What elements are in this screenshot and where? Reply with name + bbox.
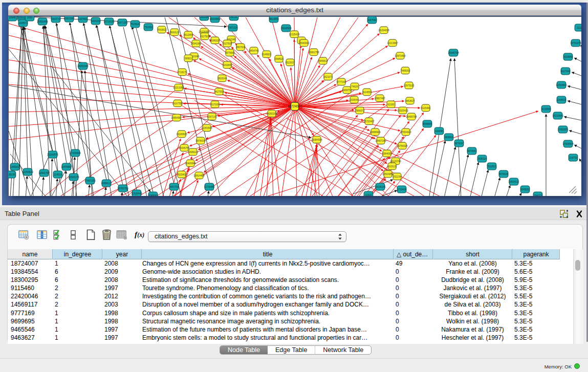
svg-text:10654112: 10654112: [509, 181, 519, 183]
svg-text:16046766: 16046766: [179, 147, 190, 149]
svg-text:7357224: 7357224: [228, 27, 238, 29]
svg-text:9245062: 9245062: [148, 194, 158, 196]
svg-text:15751074: 15751074: [570, 42, 581, 45]
svg-text:74626: 74626: [351, 85, 358, 88]
svg-text:6489756: 6489756: [342, 89, 352, 92]
svg-text:8813054: 8813054: [269, 18, 279, 20]
svg-text:11716485: 11716485: [204, 186, 215, 188]
svg-text:17957253: 17957253: [84, 180, 96, 182]
svg-text:16648784: 16648784: [448, 52, 459, 54]
svg-text:252234: 252234: [393, 176, 401, 178]
svg-text:1244415: 1244415: [557, 99, 567, 101]
svg-text:11325419: 11325419: [289, 33, 300, 36]
svg-text:18724007: 18724007: [288, 104, 302, 108]
svg-text:15640910: 15640910: [298, 42, 310, 45]
svg-text:16120746: 16120746: [390, 160, 401, 163]
svg-text:20691406: 20691406: [37, 20, 48, 23]
svg-text:9384067: 9384067: [382, 152, 392, 155]
svg-text:1385001: 1385001: [10, 166, 20, 168]
svg-text:8427552: 8427552: [214, 91, 224, 93]
svg-text:9327505: 9327505: [200, 35, 210, 38]
svg-text:10025433: 10025433: [397, 110, 408, 112]
svg-text:88130: 88130: [230, 16, 237, 18]
svg-text:2935114: 2935114: [477, 158, 487, 160]
svg-text:10671355: 10671355: [117, 21, 128, 24]
svg-text:62160: 62160: [387, 103, 395, 106]
svg-text:16033809: 16033809: [209, 18, 221, 20]
svg-text:98901: 98901: [185, 57, 192, 60]
svg-text:12505175: 12505175: [68, 176, 79, 179]
svg-text:139155: 139155: [8, 173, 15, 176]
svg-text:8470626: 8470626: [499, 173, 509, 176]
svg-text:5878334: 5878334: [196, 140, 206, 142]
svg-text:19218506: 19218506: [280, 27, 292, 30]
svg-text:12093822: 12093822: [556, 84, 567, 86]
svg-text:12213967: 12213967: [387, 42, 398, 45]
svg-text:160338: 160338: [200, 16, 208, 18]
svg-text:17692971: 17692971: [557, 128, 569, 131]
svg-text:2867608: 2867608: [236, 46, 246, 49]
svg-text:17016504: 17016504: [562, 143, 574, 145]
svg-text:9327508: 9327508: [223, 42, 232, 45]
svg-text:12353594: 12353594: [201, 127, 212, 129]
svg-text:11923: 11923: [365, 194, 372, 196]
svg-text:28495798: 28495798: [406, 116, 417, 118]
svg-text:18407249: 18407249: [375, 140, 386, 142]
svg-text:6879197: 6879197: [454, 142, 464, 145]
svg-text:16107553: 16107553: [172, 102, 183, 105]
svg-text:9146821: 9146821: [262, 53, 272, 56]
svg-text:16154838: 16154838: [378, 29, 389, 32]
svg-text:1405572: 1405572: [18, 22, 28, 25]
svg-text:9242845: 9242845: [223, 64, 232, 67]
svg-text:2087682: 2087682: [367, 19, 377, 21]
svg-text:8267130: 8267130: [207, 116, 217, 118]
svg-text:12213363: 12213363: [173, 86, 184, 89]
svg-text:9457791: 9457791: [169, 186, 179, 188]
svg-text:16961758: 16961758: [308, 51, 319, 54]
svg-text:2803144: 2803144: [217, 77, 227, 80]
svg-text:16782759: 16782759: [117, 187, 128, 190]
svg-text:3024554: 3024554: [362, 91, 372, 94]
svg-text:817006: 817006: [211, 103, 219, 106]
svg-text:8454749: 8454749: [249, 50, 259, 52]
svg-text:9329966: 9329966: [563, 56, 573, 58]
svg-text:10975857: 10975857: [61, 166, 72, 168]
svg-text:16409948: 16409948: [185, 162, 196, 165]
svg-text:203644: 203644: [350, 99, 358, 101]
svg-text:19524851: 19524851: [382, 173, 394, 176]
svg-text:10688609: 10688609: [369, 131, 381, 134]
svg-text:16543362: 16543362: [190, 42, 202, 45]
svg-text:8186328: 8186328: [210, 39, 220, 42]
svg-text:7955812: 7955812: [318, 60, 328, 62]
svg-text:1615132: 1615132: [387, 165, 397, 168]
svg-text:11923448: 11923448: [132, 192, 142, 195]
svg-text:19384554: 19384554: [311, 139, 322, 141]
svg-text:164112: 164112: [534, 194, 542, 196]
svg-text:10973493: 10973493: [395, 55, 406, 57]
svg-text:3875685: 3875685: [225, 52, 235, 54]
svg-text:8322037: 8322037: [286, 61, 295, 64]
svg-text:1588520: 1588520: [274, 58, 284, 60]
svg-text:9777169: 9777169: [337, 81, 346, 83]
svg-text:12156819: 12156819: [22, 171, 33, 173]
svg-text:14136141: 14136141: [375, 186, 386, 188]
svg-text:19654987: 19654987: [171, 117, 182, 119]
svg-text:20206576: 20206576: [47, 154, 58, 156]
svg-text:17339924: 17339924: [70, 152, 81, 155]
svg-text:19756928: 19756928: [397, 145, 408, 147]
svg-text:10958127: 10958127: [101, 182, 112, 185]
svg-text:12975115: 12975115: [404, 84, 415, 87]
svg-text:751552: 751552: [144, 26, 153, 29]
svg-text:9245052: 9245052: [520, 188, 530, 191]
svg-text:1903719: 1903719: [51, 18, 61, 20]
svg-text:7515526: 7515526: [130, 23, 140, 26]
svg-text:7485063: 7485063: [401, 70, 410, 72]
svg-text:15720407: 15720407: [363, 120, 375, 123]
svg-text:3215958: 3215958: [541, 108, 551, 111]
svg-text:116753: 116753: [569, 157, 577, 159]
svg-text:114519: 114519: [54, 173, 62, 176]
svg-text:9227342: 9227342: [561, 70, 571, 73]
svg-text:9699695: 9699695: [423, 123, 432, 125]
svg-text:6466160: 6466160: [91, 20, 101, 23]
svg-text:1327602: 1327602: [78, 18, 88, 20]
